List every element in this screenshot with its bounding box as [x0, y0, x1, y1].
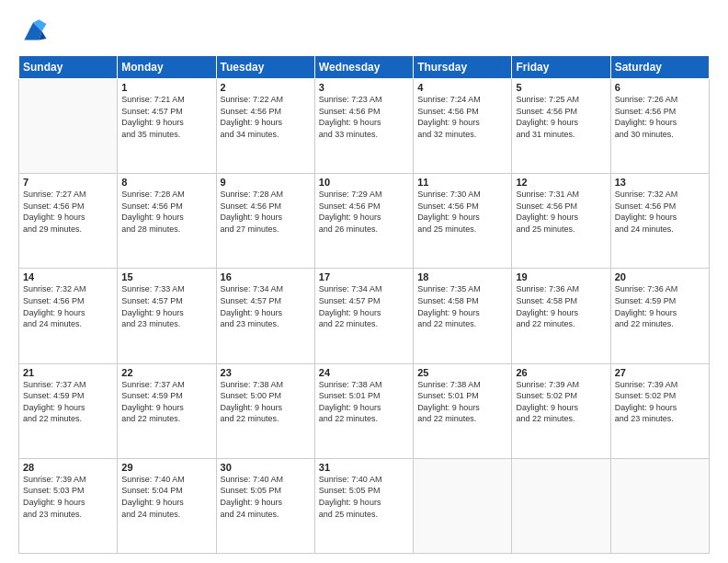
day-info: Sunrise: 7:22 AMSunset: 4:56 PMDaylight:… — [221, 94, 311, 140]
day-info: Sunrise: 7:38 AMSunset: 5:01 PMDaylight:… — [417, 379, 507, 425]
day-info: Sunrise: 7:35 AMSunset: 4:58 PMDaylight:… — [417, 283, 507, 329]
day-number: 11 — [417, 177, 507, 188]
day-info: Sunrise: 7:28 AMSunset: 4:56 PMDaylight:… — [121, 189, 211, 235]
day-number: 31 — [319, 462, 409, 473]
calendar-day-empty — [19, 79, 118, 174]
weekday-header-tuesday: Tuesday — [216, 56, 314, 79]
day-info: Sunrise: 7:34 AMSunset: 4:57 PMDaylight:… — [221, 283, 311, 329]
day-number: 28 — [23, 462, 113, 473]
calendar-week-row: 21Sunrise: 7:37 AMSunset: 4:59 PMDayligh… — [19, 363, 710, 458]
day-info: Sunrise: 7:38 AMSunset: 5:00 PMDaylight:… — [221, 379, 311, 425]
calendar-week-row: 7Sunrise: 7:27 AMSunset: 4:56 PMDaylight… — [19, 174, 710, 269]
day-info: Sunrise: 7:25 AMSunset: 4:56 PMDaylight:… — [516, 94, 606, 140]
day-number: 12 — [516, 177, 606, 188]
day-number: 7 — [23, 177, 113, 188]
day-number: 16 — [221, 271, 311, 282]
calendar-day-14: 14Sunrise: 7:32 AMSunset: 4:56 PMDayligh… — [19, 269, 118, 363]
calendar-day-6: 6Sunrise: 7:26 AMSunset: 4:56 PMDaylight… — [610, 79, 709, 174]
calendar-day-26: 26Sunrise: 7:39 AMSunset: 5:02 PMDayligh… — [512, 363, 610, 458]
weekday-header-wednesday: Wednesday — [314, 56, 413, 79]
day-info: Sunrise: 7:28 AMSunset: 4:56 PMDaylight:… — [221, 189, 311, 235]
day-info: Sunrise: 7:38 AMSunset: 5:01 PMDaylight:… — [319, 379, 409, 425]
calendar-day-1: 1Sunrise: 7:21 AMSunset: 4:57 PMDaylight… — [118, 79, 216, 174]
calendar-day-9: 9Sunrise: 7:28 AMSunset: 4:56 PMDaylight… — [216, 174, 314, 269]
calendar-day-12: 12Sunrise: 7:31 AMSunset: 4:56 PMDayligh… — [512, 174, 610, 269]
calendar-header-row: SundayMondayTuesdayWednesdayThursdayFrid… — [19, 56, 710, 79]
day-number: 26 — [516, 367, 606, 378]
calendar-day-empty — [512, 458, 610, 553]
calendar-day-11: 11Sunrise: 7:30 AMSunset: 4:56 PMDayligh… — [414, 174, 512, 269]
day-info: Sunrise: 7:40 AMSunset: 5:05 PMDaylight:… — [319, 474, 409, 520]
day-number: 13 — [615, 177, 705, 188]
day-info: Sunrise: 7:37 AMSunset: 4:59 PMDaylight:… — [23, 379, 113, 425]
day-number: 25 — [417, 367, 507, 378]
day-number: 24 — [319, 367, 409, 378]
calendar-week-row: 14Sunrise: 7:32 AMSunset: 4:56 PMDayligh… — [19, 269, 710, 363]
day-info: Sunrise: 7:29 AMSunset: 4:56 PMDaylight:… — [319, 189, 409, 235]
calendar-day-empty — [610, 458, 709, 553]
calendar-day-18: 18Sunrise: 7:35 AMSunset: 4:58 PMDayligh… — [414, 269, 512, 363]
header — [18, 17, 710, 46]
day-number: 5 — [516, 82, 606, 93]
day-number: 21 — [23, 367, 113, 378]
day-info: Sunrise: 7:24 AMSunset: 4:56 PMDaylight:… — [417, 94, 507, 140]
day-info: Sunrise: 7:34 AMSunset: 4:57 PMDaylight:… — [319, 283, 409, 329]
weekday-header-thursday: Thursday — [414, 56, 512, 79]
calendar-day-20: 20Sunrise: 7:36 AMSunset: 4:59 PMDayligh… — [610, 269, 709, 363]
calendar-day-27: 27Sunrise: 7:39 AMSunset: 5:02 PMDayligh… — [610, 363, 709, 458]
weekday-header-friday: Friday — [512, 56, 610, 79]
day-info: Sunrise: 7:32 AMSunset: 4:56 PMDaylight:… — [23, 283, 113, 329]
day-number: 6 — [615, 82, 705, 93]
day-number: 14 — [23, 271, 113, 282]
day-info: Sunrise: 7:30 AMSunset: 4:56 PMDaylight:… — [417, 189, 507, 235]
day-info: Sunrise: 7:26 AMSunset: 4:56 PMDaylight:… — [615, 94, 705, 140]
day-number: 30 — [221, 462, 311, 473]
day-info: Sunrise: 7:21 AMSunset: 4:57 PMDaylight:… — [121, 94, 211, 140]
calendar-day-2: 2Sunrise: 7:22 AMSunset: 4:56 PMDaylight… — [216, 79, 314, 174]
calendar-day-16: 16Sunrise: 7:34 AMSunset: 4:57 PMDayligh… — [216, 269, 314, 363]
weekday-header-monday: Monday — [118, 56, 216, 79]
calendar-week-row: 1Sunrise: 7:21 AMSunset: 4:57 PMDaylight… — [19, 79, 710, 174]
calendar-day-23: 23Sunrise: 7:38 AMSunset: 5:00 PMDayligh… — [216, 363, 314, 458]
calendar-day-15: 15Sunrise: 7:33 AMSunset: 4:57 PMDayligh… — [118, 269, 216, 363]
day-number: 8 — [121, 177, 211, 188]
day-info: Sunrise: 7:39 AMSunset: 5:03 PMDaylight:… — [23, 474, 113, 520]
day-number: 10 — [319, 177, 409, 188]
day-number: 20 — [615, 271, 705, 282]
day-info: Sunrise: 7:39 AMSunset: 5:02 PMDaylight:… — [516, 379, 606, 425]
calendar-day-3: 3Sunrise: 7:23 AMSunset: 4:56 PMDaylight… — [314, 79, 413, 174]
day-number: 17 — [319, 271, 409, 282]
calendar-day-21: 21Sunrise: 7:37 AMSunset: 4:59 PMDayligh… — [19, 363, 118, 458]
page: SundayMondayTuesdayWednesdayThursdayFrid… — [0, 0, 728, 563]
day-info: Sunrise: 7:40 AMSunset: 5:05 PMDaylight:… — [221, 474, 311, 520]
calendar-day-7: 7Sunrise: 7:27 AMSunset: 4:56 PMDaylight… — [19, 174, 118, 269]
day-info: Sunrise: 7:36 AMSunset: 4:58 PMDaylight:… — [516, 283, 606, 329]
day-number: 15 — [121, 271, 211, 282]
day-info: Sunrise: 7:36 AMSunset: 4:59 PMDaylight:… — [615, 283, 705, 329]
day-info: Sunrise: 7:40 AMSunset: 5:04 PMDaylight:… — [121, 474, 211, 520]
weekday-header-saturday: Saturday — [610, 56, 709, 79]
day-number: 4 — [417, 82, 507, 93]
calendar-day-19: 19Sunrise: 7:36 AMSunset: 4:58 PMDayligh… — [512, 269, 610, 363]
day-number: 9 — [221, 177, 311, 188]
calendar-day-5: 5Sunrise: 7:25 AMSunset: 4:56 PMDaylight… — [512, 79, 610, 174]
calendar-day-24: 24Sunrise: 7:38 AMSunset: 5:01 PMDayligh… — [314, 363, 413, 458]
day-info: Sunrise: 7:33 AMSunset: 4:57 PMDaylight:… — [121, 283, 211, 329]
day-number: 22 — [121, 367, 211, 378]
day-info: Sunrise: 7:23 AMSunset: 4:56 PMDaylight:… — [319, 94, 409, 140]
calendar-day-8: 8Sunrise: 7:28 AMSunset: 4:56 PMDaylight… — [118, 174, 216, 269]
calendar-day-10: 10Sunrise: 7:29 AMSunset: 4:56 PMDayligh… — [314, 174, 413, 269]
day-number: 1 — [121, 82, 211, 93]
day-number: 3 — [319, 82, 409, 93]
day-number: 2 — [221, 82, 311, 93]
day-number: 29 — [121, 462, 211, 473]
calendar-day-17: 17Sunrise: 7:34 AMSunset: 4:57 PMDayligh… — [314, 269, 413, 363]
day-info: Sunrise: 7:37 AMSunset: 4:59 PMDaylight:… — [121, 379, 211, 425]
calendar-week-row: 28Sunrise: 7:39 AMSunset: 5:03 PMDayligh… — [19, 458, 710, 553]
calendar-day-28: 28Sunrise: 7:39 AMSunset: 5:03 PMDayligh… — [19, 458, 118, 553]
day-number: 19 — [516, 271, 606, 282]
calendar-day-30: 30Sunrise: 7:40 AMSunset: 5:05 PMDayligh… — [216, 458, 314, 553]
day-number: 18 — [417, 271, 507, 282]
calendar-day-empty — [414, 458, 512, 553]
day-info: Sunrise: 7:31 AMSunset: 4:56 PMDaylight:… — [516, 189, 606, 235]
